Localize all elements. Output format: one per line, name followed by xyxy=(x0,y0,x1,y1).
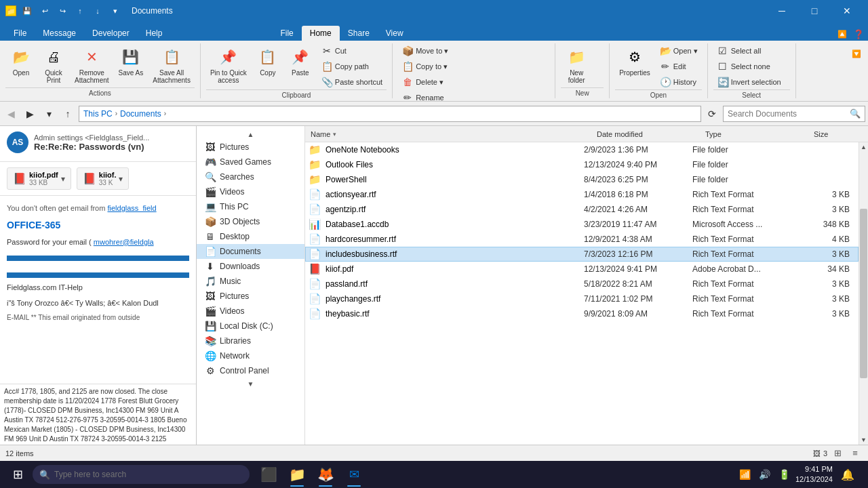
file-row-includesbusiness[interactable]: 📄 includesbusiness.rtf 7/3/2023 12:16 PM… xyxy=(305,247,859,262)
undo-qt-btn[interactable]: ↩ xyxy=(38,4,52,18)
tab-developer[interactable]: Developer xyxy=(84,26,138,41)
pin-to-quick-button[interactable]: 📌 Pin to Quickaccess xyxy=(206,43,251,87)
nav-scroll-up[interactable]: ▲ xyxy=(197,129,304,140)
nav-pictures-2[interactable]: 🖼 Pictures xyxy=(197,289,304,304)
vertical-scrollbar[interactable]: ▲ ▼ xyxy=(859,142,868,445)
copy-path-button[interactable]: 📋 Copy path xyxy=(317,59,387,74)
select-all-button[interactable]: ☑ Select all xyxy=(713,43,785,58)
invert-selection-button[interactable]: 🔄 Invert selection xyxy=(713,75,785,89)
quick-print-button[interactable]: 🖨 QuickPrint xyxy=(38,43,69,87)
nav-music[interactable]: 🎵 Music xyxy=(197,274,304,289)
help-btn[interactable]: ❓ xyxy=(852,27,865,41)
open-button[interactable]: 📂 Open xyxy=(5,43,37,79)
move-to-button[interactable]: 📦 Move to ▾ xyxy=(398,43,452,58)
taskbar-time[interactable]: 9:41 PM 12/13/2024 xyxy=(795,464,833,485)
history-button[interactable]: 🕐 History xyxy=(656,75,702,89)
tab-share[interactable]: Share xyxy=(340,26,378,41)
address-path[interactable]: This PC › Documents › xyxy=(79,106,701,122)
view-grid-btn[interactable]: ⊞ xyxy=(830,446,845,461)
file-row-onenote[interactable]: 📁 OneNote Notebooks 2/9/2023 1:36 PM Fil… xyxy=(305,142,859,157)
edit-button[interactable]: ✏ Edit xyxy=(656,59,702,74)
copy-to-button[interactable]: 📋 Copy to ▾ xyxy=(398,59,452,74)
nav-pictures[interactable]: 🖼 Pictures xyxy=(197,140,304,155)
nav-this-pc[interactable]: 💻 This PC xyxy=(197,199,304,214)
attachment-1-dropdown[interactable]: ▾ xyxy=(61,174,65,184)
taskbar-firefox[interactable]: 🦊 xyxy=(312,461,339,488)
taskbar-search-input[interactable] xyxy=(54,470,243,479)
tab-file[interactable]: File xyxy=(5,26,35,41)
ribbon-expand-btn[interactable]: 🔽 xyxy=(848,46,865,61)
attachment-1[interactable]: 📕 kiiof.pdf 33 KB ▾ xyxy=(7,167,71,190)
nav-local-disk[interactable]: 💾 Local Disk (C:) xyxy=(197,319,304,333)
view-list-btn[interactable]: ≡ xyxy=(848,446,863,461)
minimize-button[interactable]: ─ xyxy=(766,0,797,22)
header-type[interactable]: Type xyxy=(703,126,811,142)
file-row-powershell[interactable]: 📁 PowerShell 8/4/2023 6:25 PM File folde… xyxy=(305,172,859,187)
nav-control-panel[interactable]: ⚙ Control Panel xyxy=(197,363,304,378)
new-folder-button[interactable]: 📁 Newfolder xyxy=(561,43,592,87)
password-link[interactable]: mwohrer@fieldgla xyxy=(94,238,154,246)
paste-shortcut-button[interactable]: 📎 Paste shortcut xyxy=(317,75,387,89)
nav-saved-games[interactable]: 🎮 Saved Games xyxy=(197,155,304,169)
email-cta-btn[interactable] xyxy=(7,256,189,261)
nav-3d-objects[interactable]: 📦 3D Objects xyxy=(197,214,304,229)
recent-locations-button[interactable]: ▾ xyxy=(41,106,57,122)
path-this-pc[interactable]: This PC xyxy=(83,109,113,119)
maximize-button[interactable]: □ xyxy=(799,0,830,22)
file-row-actionsyear[interactable]: 📄 actionsyear.rtf 1/4/2018 6:18 PM Rich … xyxy=(305,187,859,202)
file-row-kiiof[interactable]: 📕 kiiof.pdf 12/13/2024 9:41 PM Adobe Acr… xyxy=(305,262,859,277)
back-button[interactable]: ◀ xyxy=(3,106,19,122)
search-box[interactable]: 🔍 xyxy=(723,106,865,122)
cut-button[interactable]: ✂ Cut xyxy=(317,43,387,58)
tab-message[interactable]: Message xyxy=(35,26,84,41)
search-input[interactable] xyxy=(728,109,847,119)
save-qt-btn[interactable]: 💾 xyxy=(20,4,34,18)
file-row-outlook[interactable]: 📁 Outlook Files 12/13/2024 9:40 PM File … xyxy=(305,157,859,172)
file-row-passland[interactable]: 📄 passland.rtf 5/18/2022 8:21 AM Rich Te… xyxy=(305,277,859,291)
nav-videos-1[interactable]: 🎬 Videos xyxy=(197,184,304,199)
file-row-hardcoresummer[interactable]: 📄 hardcoresummer.rtf 12/9/2021 4:38 AM R… xyxy=(305,232,859,247)
select-none-button[interactable]: ☐ Select none xyxy=(713,59,785,74)
search-icon[interactable]: 🔍 xyxy=(850,108,861,119)
path-documents[interactable]: Documents xyxy=(120,109,161,119)
remove-attachment-button[interactable]: ✕ RemoveAttachment xyxy=(71,43,113,87)
refresh-button[interactable]: ⟳ xyxy=(704,106,720,122)
open-dropdown-button[interactable]: 📂 Open ▾ xyxy=(656,43,702,58)
nav-searches[interactable]: 🔍 Searches xyxy=(197,169,304,184)
taskbar-file-explorer[interactable]: 📁 xyxy=(283,461,311,488)
attachment-2-dropdown[interactable]: ▾ xyxy=(119,174,123,184)
start-button[interactable]: ⊞ xyxy=(3,461,33,488)
attachment-2[interactable]: 📕 kiiof. 33 K ▾ xyxy=(77,167,130,190)
down-qt-btn[interactable]: ↓ xyxy=(91,4,104,18)
save-all-button[interactable]: 📋 Save AllAttachments xyxy=(149,43,195,87)
tab-help[interactable]: Help xyxy=(138,26,171,41)
up-directory-button[interactable]: ↑ xyxy=(60,106,76,122)
nav-desktop[interactable]: 🖥 Desktop xyxy=(197,229,304,244)
save-as-button[interactable]: 💾 Save As xyxy=(115,43,148,79)
file-row-agentzip[interactable]: 📄 agentzip.rtf 4/2/2021 4:26 AM Rich Tex… xyxy=(305,202,859,217)
scroll-up-btn[interactable]: ▲ xyxy=(859,142,869,152)
tray-network-icon[interactable]: 📶 xyxy=(736,469,753,480)
nav-videos-2[interactable]: 🎬 Videos xyxy=(197,304,304,319)
redo-qt-btn[interactable]: ↪ xyxy=(56,4,69,18)
file-row-database1[interactable]: 📊 Database1.accdb 3/23/2019 11:47 AM Mic… xyxy=(305,217,859,232)
header-name[interactable]: Name ▾ xyxy=(308,126,594,142)
tab-view[interactable]: View xyxy=(378,26,412,41)
copy-button[interactable]: 📋 Copy xyxy=(252,43,283,79)
nav-scroll-down[interactable]: ▼ xyxy=(197,378,304,389)
nav-network[interactable]: 🌐 Network xyxy=(197,348,304,363)
header-size[interactable]: Size xyxy=(811,126,865,142)
nav-documents[interactable]: 📄 Documents xyxy=(197,244,304,259)
tray-battery-icon[interactable]: 🔋 xyxy=(776,469,793,480)
taskbar-outlook[interactable]: ✉ xyxy=(340,461,368,488)
forward-button[interactable]: ▶ xyxy=(22,106,38,122)
notification-button[interactable]: 🔔 xyxy=(835,461,860,488)
tray-sound-icon[interactable]: 🔊 xyxy=(756,469,773,480)
file-row-theybasic[interactable]: 📄 theybasic.rtf 9/9/2021 8:09 AM Rich Te… xyxy=(305,306,859,321)
tab-home[interactable]: Home xyxy=(302,26,340,41)
more-qt-btn[interactable]: ▾ xyxy=(108,4,122,18)
taskbar-search[interactable]: 🔍 xyxy=(33,465,250,484)
nav-libraries[interactable]: 📚 Libraries xyxy=(197,333,304,348)
ribbon-collapse-btn[interactable]: 🔼 xyxy=(835,27,849,41)
up-qt-btn[interactable]: ↑ xyxy=(73,4,87,18)
